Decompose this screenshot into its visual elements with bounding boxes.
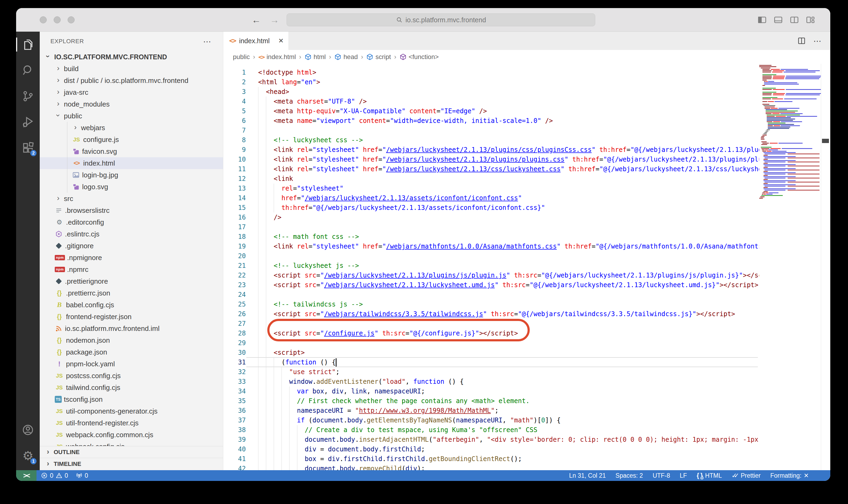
tree-item[interactable]: ›node_modules	[40, 98, 223, 110]
toggle-secondary-sidebar-icon[interactable]	[790, 15, 799, 25]
line-number: 9	[223, 145, 246, 155]
project-root-folder[interactable]: › IO.SC.PLATFORM.MVC.FRONTEND	[40, 51, 223, 63]
ports-status[interactable]: 0	[76, 472, 88, 479]
minimap-line	[763, 163, 768, 164]
tree-item[interactable]: .browserslistrc	[40, 204, 223, 216]
minimap-line	[765, 109, 787, 110]
minimize-window-button[interactable]	[54, 16, 61, 23]
toggle-panel-icon[interactable]	[773, 15, 783, 25]
breadcrumb-item[interactable]: public	[233, 53, 250, 61]
tree-item[interactable]: ⚙.editorconfig	[40, 216, 223, 228]
formatting-status[interactable]: Formatting: ✕	[770, 472, 809, 479]
outline-section[interactable]: › OUTLINE	[40, 446, 223, 458]
breadcrumb-label: index.html	[267, 53, 296, 61]
tree-item[interactable]: JSpostcss.config.cjs	[40, 370, 223, 382]
close-window-button[interactable]	[40, 16, 47, 23]
breadcrumb-item[interactable]: <function>	[400, 53, 439, 61]
zoom-window-button[interactable]	[68, 16, 75, 23]
tree-item[interactable]: {}nodemon.json	[40, 335, 223, 346]
minimap-line	[762, 194, 763, 195]
line-number: 12	[223, 174, 246, 183]
minimap-line	[788, 186, 819, 186]
timeline-section[interactable]: › TIMELINE	[40, 458, 223, 470]
tree-item[interactable]: JStailwind.config.cjs	[40, 382, 223, 393]
code-editor[interactable]: 1<!doctype html>2<html lang="en">3 <head…	[223, 64, 830, 470]
formatting-close-icon[interactable]: ✕	[804, 472, 809, 479]
js-file-icon: JS	[55, 373, 64, 379]
tree-item[interactable]: TStsconfig.json	[40, 393, 223, 405]
tree-item[interactable]: ›java-src	[40, 86, 223, 98]
search-icon	[396, 16, 403, 23]
minimap-line	[762, 93, 772, 94]
settings-button[interactable]: ⚙ 1	[16, 443, 40, 469]
scrollbar-track[interactable]	[821, 64, 830, 470]
tree-item[interactable]: !pnpm-lock.yaml	[40, 358, 223, 370]
code-line-content: <link rel="stylesheet" href="/webjars/lu…	[246, 155, 805, 164]
tree-item[interactable]: .eslintrc.cjs	[40, 228, 223, 240]
tree-item[interactable]: JSutil-frontend-register.cjs	[40, 417, 223, 429]
minimap-line	[763, 191, 768, 192]
activity-explorer[interactable]	[16, 32, 40, 57]
close-tab-icon[interactable]: ✕	[278, 37, 284, 44]
minimap-line	[786, 77, 820, 78]
tree-item[interactable]: .gitignore	[40, 240, 223, 252]
minimap[interactable]	[759, 64, 821, 470]
activity-source-control[interactable]	[16, 83, 40, 109]
code-line: 21 <!-- luckysheet js -->	[223, 261, 830, 271]
minimap-line	[762, 80, 767, 80]
remote-indicator[interactable]: ><	[16, 470, 36, 481]
navigate-back-icon[interactable]: ←	[252, 15, 261, 25]
breadcrumb-label: head	[343, 53, 358, 61]
tree-item[interactable]: io.sc.platform.mvc.frontend.iml	[40, 323, 223, 335]
tree-item[interactable]: ›build	[40, 63, 223, 75]
editor-more-actions-icon[interactable]: ⋯	[813, 36, 822, 46]
tree-item[interactable]: JSwebpack.config.common.cjs	[40, 429, 223, 441]
split-editor-icon[interactable]	[797, 36, 806, 45]
html-file-icon: <>	[229, 37, 236, 44]
tree-item[interactable]: ›src	[40, 193, 223, 204]
code-line: 18 <!-- math font css -->	[223, 232, 830, 241]
language-mode-status[interactable]: { } HTML	[697, 472, 722, 479]
toggle-sidebar-icon[interactable]	[757, 15, 767, 25]
json-file-icon: {}	[55, 337, 64, 344]
minimap-line	[763, 180, 796, 181]
breadcrumb-item[interactable]: script	[366, 53, 391, 61]
activity-extensions[interactable]: 2	[16, 135, 40, 161]
tree-item[interactable]: {}frontend-register.json	[40, 311, 223, 323]
eol-status[interactable]: LF	[680, 472, 687, 479]
tree-item[interactable]: JSutil-components-generator.cjs	[40, 405, 223, 417]
navigate-forward-icon[interactable]: →	[270, 15, 279, 25]
code-line-content: <!-- luckysheet css -->	[246, 135, 363, 145]
chevron-collapsed-icon: ›	[55, 88, 62, 95]
scrollbar-thumb[interactable]	[822, 139, 829, 143]
customize-layout-icon[interactable]	[806, 15, 815, 25]
tree-item[interactable]: JSwebpack.config.cjs	[40, 441, 223, 446]
breadcrumb-item[interactable]: head	[335, 53, 358, 61]
breadcrumb-item[interactable]: html	[305, 53, 326, 61]
tree-item[interactable]: npm.npmrc	[40, 264, 223, 275]
outline-label: OUTLINE	[54, 449, 80, 456]
explorer-more-actions-icon[interactable]: ⋯	[203, 37, 212, 46]
formatter-status[interactable]: ✓✓ Prettier	[732, 472, 760, 479]
code-line: 11 <link rel="stylesheet" href="/webjars…	[223, 164, 830, 174]
problems-status[interactable]: 0 0	[41, 472, 68, 479]
tree-item[interactable]: .prettierignore	[40, 275, 223, 287]
tab-index-html[interactable]: <> index.html ✕	[223, 32, 289, 50]
tree-item[interactable]: ›public	[40, 110, 223, 122]
account-button[interactable]	[16, 417, 40, 443]
tree-item[interactable]: npm.npmignore	[40, 252, 223, 264]
code-line: 36 namespaceURI = "http://www.w3.org/199…	[223, 406, 830, 415]
indentation-status[interactable]: Spaces: 2	[616, 472, 643, 479]
encoding-status[interactable]: UTF-8	[653, 472, 670, 479]
tree-item[interactable]: {}package.json	[40, 346, 223, 358]
line-number: 16	[223, 213, 246, 222]
tree-item[interactable]: {}.prettierrc.json	[40, 287, 223, 299]
tree-item[interactable]: ›dist / public / io.sc.platform.mvc.fron…	[40, 75, 223, 86]
activity-search[interactable]	[16, 57, 40, 83]
cursor-position-status[interactable]: Ln 31, Col 21	[569, 472, 606, 479]
command-center-search[interactable]: io.sc.platform.mvc.frontend	[287, 14, 595, 26]
activity-run-debug[interactable]	[16, 109, 40, 135]
code-line: 30 <script>	[223, 348, 830, 358]
breadcrumb-item[interactable]: <>index.html	[258, 53, 296, 61]
tree-item[interactable]: Bbabel.config.cjs	[40, 299, 223, 311]
